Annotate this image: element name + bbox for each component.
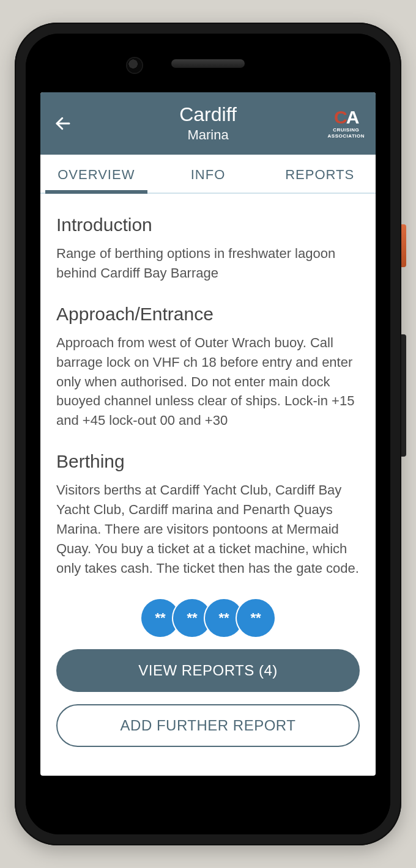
tab-label: INFO [191, 167, 226, 182]
button-label: ADD FURTHER REPORT [121, 717, 296, 734]
report-avatar[interactable]: ** [237, 599, 275, 637]
section-body: Approach from west of Outer Wrach buoy. … [56, 333, 360, 430]
section-heading: Introduction [56, 215, 360, 235]
report-avatars-row: ** ** ** ** [56, 599, 360, 637]
app-header: Cardiff Marina CA CRUISING ASSOCIATION [40, 92, 376, 155]
arrow-left-icon [54, 114, 72, 133]
section-heading: Berthing [56, 451, 360, 472]
phone-bezel: Cardiff Marina CA CRUISING ASSOCIATION O… [26, 34, 390, 834]
phone-frame: Cardiff Marina CA CRUISING ASSOCIATION O… [15, 23, 401, 845]
earpiece [171, 59, 245, 68]
section-approach: Approach/Entrance Approach from west of … [56, 304, 360, 430]
section-berthing: Berthing Visitors berths at Cardiff Yach… [56, 451, 360, 578]
tab-overview[interactable]: OVERVIEW [40, 155, 152, 193]
phone-side-button-power [401, 334, 406, 457]
tab-label: OVERVIEW [58, 167, 135, 182]
tab-bar: OVERVIEW INFO REPORTS [40, 155, 376, 194]
phone-side-button-accent [401, 224, 406, 267]
brand-logo-text-1: CRUISING [333, 128, 359, 133]
app-screen: Cardiff Marina CA CRUISING ASSOCIATION O… [40, 92, 376, 776]
brand-logo: CA CRUISING ASSOCIATION [328, 108, 365, 139]
tab-label: REPORTS [285, 167, 354, 182]
section-body: Range of berthing options in freshwater … [56, 244, 360, 283]
tab-reports[interactable]: REPORTS [264, 155, 376, 193]
brand-logo-text-2: ASSOCIATION [328, 134, 365, 139]
page-subtitle: Marina [40, 127, 376, 143]
back-button[interactable] [49, 109, 77, 138]
content-area[interactable]: Introduction Range of berthing options i… [40, 194, 376, 776]
add-report-button[interactable]: ADD FURTHER REPORT [56, 704, 360, 747]
header-titles: Cardiff Marina [40, 104, 376, 142]
section-introduction: Introduction Range of berthing options i… [56, 215, 360, 283]
page-title: Cardiff [40, 104, 376, 125]
brand-logo-mark: CA [334, 108, 358, 127]
tab-info[interactable]: INFO [152, 155, 264, 193]
section-heading: Approach/Entrance [56, 304, 360, 325]
button-label: VIEW REPORTS (4) [138, 662, 278, 679]
view-reports-button[interactable]: VIEW REPORTS (4) [56, 649, 360, 692]
section-body: Visitors berths at Cardiff Yacht Club, C… [56, 480, 360, 578]
front-camera [127, 58, 142, 73]
